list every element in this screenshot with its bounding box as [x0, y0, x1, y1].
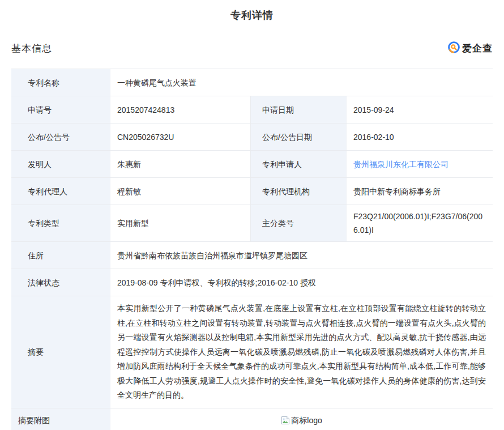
row-label: 主分类号 — [250, 205, 347, 241]
table-row-inventor: 发明人 朱惠新 专利申请人 贵州福泉川东化工有限公司 — [11, 151, 493, 178]
row-label: 住所 — [11, 242, 110, 269]
row-label: 公布/公告号 — [11, 124, 110, 150]
row-label: 专利名称 — [11, 69, 110, 96]
row-label: 专利代理机构 — [250, 178, 347, 205]
patent-info-table: 专利名称 一种黄磷尾气点火装置 申请号 2015207424813 申请日期 2… — [11, 69, 493, 430]
section-header: 基本信息 爱企查 — [11, 41, 493, 56]
abstract-text: 本实用新型公开了一种黄磷尾气点火装置,在底座上设置有立柱,在立柱顶部设置有能绕立… — [110, 296, 493, 408]
row-label: 申请日期 — [250, 96, 347, 123]
table-row-address: 住所 贵州省黔南布依族苗族自治州福泉市道坪镇罗尾塘园区 — [11, 242, 493, 269]
page-title: 专利详情 — [0, 0, 504, 22]
row-label: 申请号 — [11, 96, 110, 123]
table-row-application: 申请号 2015207424813 申请日期 2015-09-24 — [11, 96, 493, 124]
abstract-figure-cell: 商标logo — [110, 408, 493, 430]
publication-date-value: 2016-02-10 — [347, 124, 493, 150]
row-label: 摘要附图 — [11, 408, 110, 430]
application-date-value: 2015-09-24 — [347, 96, 493, 123]
section-heading: 基本信息 — [11, 42, 52, 55]
row-label: 专利代理人 — [11, 178, 110, 205]
agent-value: 程新敏 — [110, 178, 250, 205]
table-row-abstract: 摘要 本实用新型公开了一种黄磷尾气点火装置,在底座上设置有立柱,在立柱顶部设置有… — [11, 296, 493, 408]
brand-name: 爱企查 — [462, 42, 493, 55]
table-row-publication: 公布/公告号 CN205026732U 公布/公告日期 2016-02-10 — [11, 124, 493, 151]
inventor-value: 朱惠新 — [110, 151, 250, 177]
legal-status-value: 2019-08-09 专利申请权、专利权的转移;2016-02-10 授权 — [110, 269, 493, 296]
address-value: 贵州省黔南布依族苗族自治州福泉市道坪镇罗尾塘园区 — [110, 242, 493, 269]
applicant-company-link[interactable]: 贵州福泉川东化工有限公司 — [353, 158, 449, 171]
broken-image-icon — [281, 416, 290, 425]
table-row-type: 专利类型 实用新型 主分类号 F23Q21/00(2006.01)I;F23G7… — [11, 205, 493, 242]
main-classification-value: F23Q21/00(2006.01)I;F23G7/06(2006.01)I — [347, 205, 493, 241]
aiqicha-magnifier-icon — [447, 41, 460, 56]
aiqicha-logo[interactable]: 爱企查 — [447, 41, 493, 56]
row-label: 公布/公告日期 — [250, 124, 347, 150]
row-label: 专利申请人 — [250, 151, 347, 177]
application-number-value: 2015207424813 — [110, 96, 250, 123]
table-row-legal-status: 法律状态 2019-08-09 专利申请权、专利权的转移;2016-02-10 … — [11, 269, 493, 296]
table-row-patent-name: 专利名称 一种黄磷尾气点火装置 — [11, 69, 493, 96]
publication-number-value: CN205026732U — [110, 124, 250, 150]
row-label: 摘要 — [11, 296, 110, 408]
figure-alt-text: 商标logo — [291, 414, 322, 427]
row-label: 发明人 — [11, 151, 110, 177]
patent-name-value: 一种黄磷尾气点火装置 — [110, 69, 493, 96]
row-label: 法律状态 — [11, 269, 110, 296]
patent-type-value: 实用新型 — [110, 205, 250, 241]
agency-value: 贵阳中新专利商标事务所 — [347, 178, 493, 205]
row-label: 专利类型 — [11, 205, 110, 241]
table-row-abstract-figure: 摘要附图 商标logo — [11, 408, 493, 430]
table-row-agent: 专利代理人 程新敏 专利代理机构 贵阳中新专利商标事务所 — [11, 178, 493, 205]
